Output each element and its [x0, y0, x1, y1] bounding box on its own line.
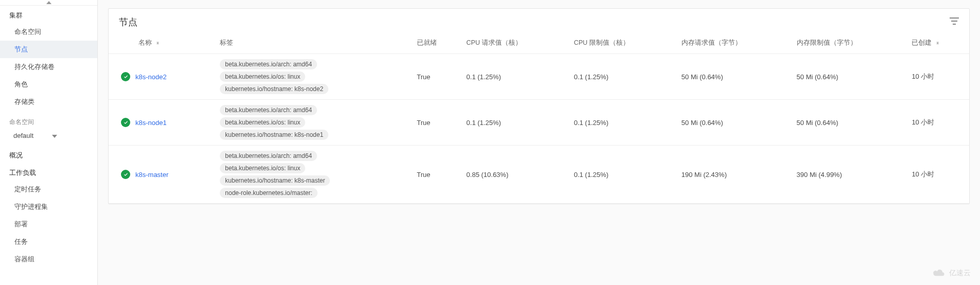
label-tag: kubernetes.io/hostname: k8s-master [220, 175, 330, 186]
label-list: beta.kubernetes.io/arch: amd64beta.kuber… [220, 59, 406, 94]
filter-icon[interactable] [950, 17, 959, 27]
sidebar-item[interactable]: 定时任务 [0, 181, 97, 198]
sidebar-item[interactable]: 持久化存储卷 [0, 58, 97, 76]
cell-cpu-lim: 0.1 (1.25%) [569, 100, 676, 146]
sidebar-item[interactable]: 部署 [0, 216, 97, 233]
sidebar-section-cluster[interactable]: 集群 [0, 6, 97, 23]
label-tag: beta.kubernetes.io/arch: amd64 [220, 105, 317, 115]
cell-mem-lim: 50 Mi (0.64%) [792, 100, 907, 146]
cell-mem-req: 190 Mi (2.43%) [676, 146, 792, 204]
sidebar-item[interactable]: 守护进程集 [0, 198, 97, 216]
col-labels: 标签 [215, 33, 411, 54]
card-header: 节点 [109, 9, 969, 33]
card-title: 节点 [119, 16, 137, 28]
cell-ready: True [412, 54, 461, 100]
cell-cpu-lim: 0.1 (1.25%) [569, 54, 676, 100]
namespace-selector[interactable]: default [0, 129, 97, 146]
label-tag: beta.kubernetes.io/os: linux [220, 117, 305, 128]
label-tag: kubernetes.io/hostname: k8s-node2 [220, 84, 328, 94]
col-name[interactable]: 名称 ▲▼ [109, 33, 215, 54]
namespace-label: 命名空间 [0, 111, 97, 129]
status-ok-icon [121, 118, 130, 127]
main-content: 节点 名称 ▲▼ 标签 已就绪 CPU 请求值（核） CPU 限制值（核） 内存… [98, 0, 980, 285]
table-row: k8s-node2beta.kubernetes.io/arch: amd64b… [109, 54, 969, 100]
cloud-icon [932, 269, 946, 278]
cell-ready: True [412, 146, 461, 204]
scroll-up-icon[interactable] [0, 0, 97, 6]
cell-created: 10 小时 [906, 54, 969, 100]
table-row: k8s-node1beta.kubernetes.io/arch: amd64b… [109, 100, 969, 146]
nodes-card: 节点 名称 ▲▼ 标签 已就绪 CPU 请求值（核） CPU 限制值（核） 内存… [108, 8, 970, 204]
sidebar-section-workload[interactable]: 工作负载 [0, 163, 97, 181]
cell-cpu-lim: 0.1 (1.25%) [569, 146, 676, 204]
cell-mem-req: 50 Mi (0.64%) [676, 54, 792, 100]
col-created[interactable]: 已创建 ▲▼ [906, 33, 969, 54]
label-list: beta.kubernetes.io/arch: amd64beta.kuber… [220, 151, 406, 198]
nodes-table: 名称 ▲▼ 标签 已就绪 CPU 请求值（核） CPU 限制值（核） 内存请求值… [109, 33, 969, 204]
cell-mem-lim: 50 Mi (0.64%) [792, 54, 907, 100]
namespace-value: default [13, 132, 33, 139]
sidebar-overview[interactable]: 概况 [0, 146, 97, 163]
node-link[interactable]: k8s-node2 [135, 73, 167, 81]
cell-mem-lim: 390 Mi (4.99%) [792, 146, 907, 204]
label-tag: kubernetes.io/hostname: k8s-node1 [220, 130, 328, 140]
col-cpu-req: CPU 请求值（核） [461, 33, 569, 54]
sidebar-item[interactable]: 容器组 [0, 251, 97, 268]
cell-created: 10 小时 [906, 146, 969, 204]
table-row: k8s-masterbeta.kubernetes.io/arch: amd64… [109, 146, 969, 204]
status-ok-icon [121, 72, 130, 81]
label-tag: beta.kubernetes.io/arch: amd64 [220, 151, 317, 161]
cell-created: 10 小时 [906, 100, 969, 146]
cell-cpu-req: 0.1 (1.25%) [461, 100, 569, 146]
col-ready: 已就绪 [412, 33, 461, 54]
label-tag: beta.kubernetes.io/os: linux [220, 163, 305, 173]
sidebar-item[interactable]: 节点 [0, 41, 97, 58]
sidebar-item[interactable]: 存储类 [0, 93, 97, 111]
col-cpu-lim: CPU 限制值（核） [569, 33, 676, 54]
label-tag: beta.kubernetes.io/os: linux [220, 72, 305, 82]
col-mem-lim: 内存限制值（字节） [792, 33, 907, 54]
sidebar-item[interactable]: 角色 [0, 76, 97, 93]
label-tag: node-role.kubernetes.io/master: [220, 188, 317, 198]
status-ok-icon [121, 170, 130, 179]
sidebar: 集群 命名空间节点持久化存储卷角色存储类 命名空间 default 概况 工作负… [0, 0, 98, 285]
cell-cpu-req: 0.1 (1.25%) [461, 54, 569, 100]
cell-cpu-req: 0.85 (10.63%) [461, 146, 569, 204]
label-list: beta.kubernetes.io/arch: amd64beta.kuber… [220, 105, 406, 140]
sidebar-item[interactable]: 任务 [0, 233, 97, 251]
watermark: 亿速云 [932, 269, 971, 278]
chevron-down-icon [52, 132, 57, 139]
sidebar-item[interactable]: 命名空间 [0, 23, 97, 41]
col-mem-req: 内存请求值（字节） [676, 33, 792, 54]
node-link[interactable]: k8s-node1 [135, 119, 167, 127]
node-link[interactable]: k8s-master [135, 171, 168, 179]
cell-ready: True [412, 100, 461, 146]
label-tag: beta.kubernetes.io/arch: amd64 [220, 59, 317, 69]
cell-mem-req: 50 Mi (0.64%) [676, 100, 792, 146]
